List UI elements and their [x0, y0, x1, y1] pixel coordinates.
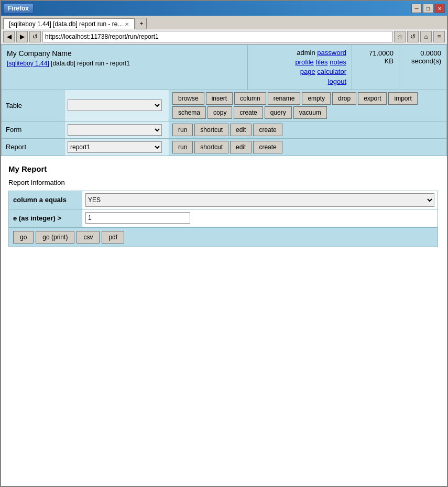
titlebar-right: ─ □ ✕ [411, 4, 445, 13]
insert-button[interactable]: insert [206, 92, 233, 105]
empty-button[interactable]: empty [302, 92, 331, 105]
time-value: 0.0000 [405, 49, 441, 57]
report-form: column a equals YES NO e (as integer) > [8, 191, 438, 247]
copy-button[interactable]: copy [207, 106, 232, 119]
address-input[interactable] [42, 31, 392, 42]
field2-input[interactable] [85, 212, 190, 224]
time-unit: second(s) [405, 57, 441, 65]
titlebar: Firefox ─ □ ✕ [1, 1, 447, 16]
report-label: Report [2, 139, 64, 156]
header-section: My Company Name [sqliteboy 1.44] [data.d… [1, 45, 447, 90]
table-nav-row: Table browse insert column rename empty … [2, 90, 446, 121]
form-create-button[interactable]: create [253, 124, 282, 136]
action-buttons-row: go go (print) csv pdf [9, 227, 438, 247]
export-button[interactable]: export [358, 92, 387, 105]
header-left: My Company Name [sqliteboy 1.44] [data.d… [2, 45, 247, 90]
field2-value [82, 209, 438, 227]
nav-table: Table browse insert column rename empty … [1, 90, 447, 156]
form-buttons-cell: run shortcut edit create [169, 121, 446, 138]
profile-link[interactable]: profile [295, 58, 313, 66]
bookmark-icon[interactable]: ☆ [394, 31, 406, 42]
form-select[interactable] [68, 124, 162, 136]
close-button[interactable]: ✕ [434, 4, 445, 13]
form-run-button[interactable]: run [172, 124, 193, 136]
csv-button[interactable]: csv [77, 231, 100, 244]
table-select[interactable] [68, 99, 162, 111]
schema-button[interactable]: schema [172, 106, 206, 119]
notes-link[interactable]: notes [330, 58, 346, 66]
breadcrumb-text: [data.db] report run - report1 [51, 60, 130, 67]
back-button[interactable]: ◀ [3, 31, 15, 42]
import-button[interactable]: import [388, 92, 417, 105]
report-run-button[interactable]: run [172, 141, 193, 153]
vacuum-button[interactable]: vacuum [293, 106, 327, 119]
logout-link[interactable]: logout [328, 78, 346, 85]
titlebar-left: Firefox [3, 3, 34, 14]
report-nav-row: Report report1 run shortcut edit create [2, 139, 446, 156]
header-size: 71.0000 KB [352, 45, 399, 90]
drop-button[interactable]: drop [332, 92, 356, 105]
header-links-row1: profile files notes [253, 58, 346, 67]
admin-label: admin [297, 49, 315, 57]
field2-label: e (as integer) > [9, 209, 82, 227]
query-button[interactable]: query [265, 106, 292, 119]
form-shortcut-button[interactable]: shortcut [194, 124, 228, 136]
report-shortcut-button[interactable]: shortcut [194, 141, 228, 153]
app-content: My Company Name [sqliteboy 1.44] [data.d… [1, 45, 447, 256]
table-select-cell [64, 90, 169, 121]
table-label: Table [2, 90, 64, 121]
size-unit: KB [357, 57, 394, 65]
maximize-button[interactable]: □ [423, 4, 433, 13]
form-nav-row: Form run shortcut edit create [2, 121, 446, 139]
minimize-button[interactable]: ─ [411, 4, 422, 13]
page-title: My Report [8, 164, 440, 173]
report-select-cell: report1 [64, 139, 169, 156]
company-name: My Company Name [7, 49, 242, 58]
home-button[interactable]: ⌂ [420, 31, 432, 42]
page-content: My Report Report Information column a eq… [1, 156, 447, 256]
page-link[interactable]: page [300, 68, 315, 75]
header-links-row2: page calculator [253, 67, 346, 76]
field1-label: column a equals [9, 191, 82, 209]
table-buttons-cell: browse insert column rename empty drop e… [169, 90, 446, 121]
tab-label: [sqliteboy 1.44] [data.db] report run - … [9, 20, 123, 28]
main-content: My Company Name [sqliteboy 1.44] [data.d… [1, 45, 447, 486]
new-tab-button[interactable]: + [136, 18, 147, 29]
pdf-button[interactable]: pdf [102, 231, 124, 244]
main-window: Firefox ─ □ ✕ [sqliteboy 1.44] [data.db]… [0, 0, 448, 487]
tabbar: [sqliteboy 1.44] [data.db] report run - … [1, 16, 447, 29]
size-value: 71.0000 [357, 49, 394, 57]
section-title: Report Information [8, 179, 440, 186]
field1-value: YES NO [82, 191, 438, 209]
report-buttons-cell: run shortcut edit create [169, 139, 446, 156]
address-bar: ◀ ▶ ↺ ☆ ↺ ⌂ ≡ [1, 29, 447, 45]
form-select-cell [64, 121, 169, 138]
form-row-2: e (as integer) > [9, 209, 438, 227]
menu-icon[interactable]: ≡ [433, 31, 445, 42]
header-links-row3: logout [253, 77, 346, 86]
header-admin-row: admin password [253, 48, 346, 58]
form-edit-button[interactable]: edit [230, 124, 252, 136]
refresh-icon[interactable]: ↺ [407, 31, 419, 42]
create-table-button[interactable]: create [234, 106, 263, 119]
tab-close-icon[interactable]: ✕ [125, 21, 129, 27]
tab-main[interactable]: [sqliteboy 1.44] [data.db] report run - … [3, 18, 135, 29]
go-button[interactable]: go [13, 231, 34, 244]
field1-select[interactable]: YES NO [85, 193, 434, 207]
report-create-button[interactable]: create [253, 141, 282, 153]
refresh-button[interactable]: ↺ [29, 31, 41, 42]
files-link[interactable]: files [315, 58, 327, 66]
report-select[interactable]: report1 [68, 141, 162, 153]
go-print-button[interactable]: go (print) [36, 231, 74, 244]
calculator-link[interactable]: calculator [317, 68, 346, 75]
sqliteboy-link[interactable]: [sqliteboy 1.44] [7, 60, 49, 67]
form-label: Form [2, 121, 64, 138]
firefox-menu-button[interactable]: Firefox [3, 3, 34, 14]
breadcrumb: [sqliteboy 1.44] [data.db] report run - … [7, 60, 242, 67]
column-button[interactable]: column [234, 92, 266, 105]
password-link[interactable]: password [317, 49, 346, 57]
report-edit-button[interactable]: edit [230, 141, 252, 153]
forward-button[interactable]: ▶ [16, 31, 28, 42]
rename-button[interactable]: rename [268, 92, 301, 105]
browse-button[interactable]: browse [172, 92, 204, 105]
